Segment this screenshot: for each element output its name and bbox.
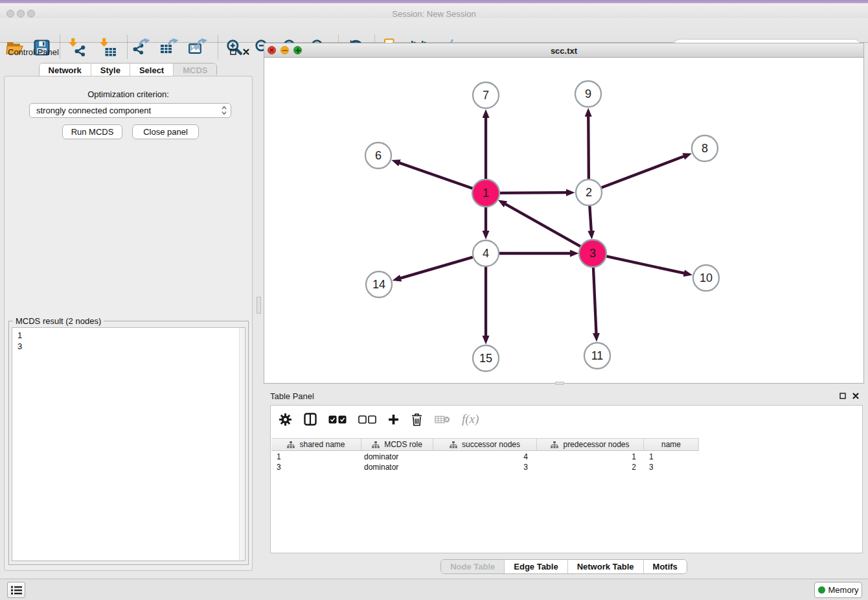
edge-2-to-9[interactable] bbox=[588, 116, 589, 179]
close-panel-icon[interactable] bbox=[242, 47, 251, 56]
column-header-shared-name[interactable]: shared name bbox=[271, 439, 361, 450]
control-panel-title: Control Panel bbox=[8, 47, 59, 57]
table-panel: Table Panel bbox=[264, 387, 864, 575]
table-row[interactable]: 1dominator411 bbox=[271, 452, 862, 462]
network-graph: 7968124314101511 bbox=[264, 58, 863, 383]
network-canvas[interactable]: 7968124314101511 bbox=[264, 58, 863, 383]
vertical-split-handle[interactable] bbox=[257, 297, 261, 314]
node-label-3: 3 bbox=[589, 247, 596, 260]
column-header-predecessor-nodes[interactable]: predecessor nodes bbox=[537, 439, 644, 450]
close-panel-button[interactable]: Close panel bbox=[132, 124, 199, 139]
hierarchy-icon bbox=[287, 441, 295, 448]
table-panel-header: Table Panel bbox=[264, 387, 864, 405]
task-history-button[interactable] bbox=[7, 582, 25, 598]
network-view-window: scc.txt 7968124314101511 bbox=[264, 43, 864, 384]
criterion-value: strongly connected component bbox=[36, 106, 222, 115]
table-toolbar: f(x) bbox=[271, 406, 862, 433]
edge-2-to-3[interactable] bbox=[589, 206, 591, 231]
node-table-container: f(x) shared name MCDS role successor nod… bbox=[270, 405, 863, 553]
edge-3-to-11[interactable] bbox=[593, 267, 597, 334]
add-column-icon[interactable] bbox=[388, 414, 399, 425]
node-label-9: 9 bbox=[585, 87, 591, 100]
control-panel: Control Panel NetworkStyleSelectMCDS Opt… bbox=[0, 43, 256, 579]
control-panel-header: Control Panel bbox=[0, 43, 256, 61]
mcds-result-box[interactable]: 1 3 bbox=[12, 327, 246, 561]
mcds-result-group: MCDS result (2 nodes) 1 3 bbox=[8, 321, 249, 565]
column-label: predecessor nodes bbox=[563, 440, 629, 449]
node-label-15: 15 bbox=[479, 352, 492, 365]
deselect-all-icon[interactable] bbox=[358, 415, 376, 424]
cell-predecessor-nodes: 2 bbox=[537, 462, 644, 472]
memory-label: Memory bbox=[828, 585, 859, 595]
list-icon bbox=[11, 586, 22, 595]
mcds-result-text: 1 3 bbox=[12, 328, 239, 560]
criterion-dropdown[interactable]: strongly connected component bbox=[29, 103, 231, 118]
column-label: shared name bbox=[299, 440, 345, 449]
edge-3-to-10[interactable] bbox=[606, 256, 685, 273]
node-label-6: 6 bbox=[375, 149, 382, 162]
mcds-result-title: MCDS result (2 nodes) bbox=[13, 316, 104, 326]
node-label-2: 2 bbox=[586, 186, 592, 199]
status-bar: Memory bbox=[0, 579, 868, 600]
node-label-14: 14 bbox=[372, 278, 385, 291]
table-rows: 1dominator4113dominator323 bbox=[271, 452, 862, 472]
table-column-headers: shared name MCDS role successor nodes pr… bbox=[271, 438, 699, 451]
function-builder-icon: f(x) bbox=[462, 412, 479, 426]
run-mcds-button[interactable]: Run MCDS bbox=[62, 124, 122, 139]
result-scrollbar[interactable] bbox=[239, 328, 245, 560]
float-panel-icon[interactable] bbox=[229, 47, 238, 56]
dropdown-stepper-icon bbox=[222, 106, 227, 115]
cell-name: 3 bbox=[644, 462, 699, 472]
tab-select[interactable]: Select bbox=[130, 63, 173, 77]
delete-table-icon bbox=[435, 415, 450, 424]
node-label-7: 7 bbox=[483, 89, 489, 102]
column-header-name[interactable]: name bbox=[644, 439, 699, 450]
node-label-1: 1 bbox=[483, 187, 489, 200]
tab-network-table[interactable]: Network Table bbox=[567, 560, 643, 573]
cell-MCDS-role: dominator bbox=[361, 452, 433, 462]
edge-2-to-8[interactable] bbox=[602, 156, 684, 187]
node-label-4: 4 bbox=[483, 247, 489, 260]
main-titlebar: Session: New Session bbox=[0, 3, 868, 18]
node-label-8: 8 bbox=[702, 142, 708, 155]
column-label: name bbox=[661, 440, 681, 449]
cell-shared-name: 3 bbox=[271, 462, 361, 472]
hierarchy-icon bbox=[551, 441, 558, 448]
session-title: Session: New Session bbox=[0, 9, 868, 19]
horizontal-split-handle[interactable] bbox=[555, 382, 564, 385]
tab-node-table[interactable]: Node Table bbox=[441, 560, 504, 573]
optimization-criterion-label: Optimization criterion: bbox=[5, 89, 252, 99]
delete-column-icon[interactable] bbox=[411, 413, 423, 426]
table-row[interactable]: 3dominator323 bbox=[271, 462, 862, 472]
edge-1-to-6[interactable] bbox=[400, 163, 474, 189]
tab-style[interactable]: Style bbox=[91, 63, 130, 77]
tab-edge-table[interactable]: Edge Table bbox=[504, 560, 567, 573]
edge-4-to-14[interactable] bbox=[400, 257, 473, 278]
column-header-MCDS-role[interactable]: MCDS role bbox=[361, 439, 433, 450]
cell-predecessor-nodes: 1 bbox=[537, 452, 644, 462]
cell-MCDS-role: dominator bbox=[361, 462, 433, 472]
table-tabs: Node TableEdge TableNetwork TableMotifs bbox=[264, 559, 864, 574]
settings-gear-icon[interactable] bbox=[279, 413, 292, 426]
memory-button[interactable]: Memory bbox=[814, 582, 862, 598]
select-all-icon[interactable] bbox=[328, 415, 347, 424]
memory-status-icon bbox=[818, 586, 825, 594]
toggle-panel-icon[interactable] bbox=[304, 413, 317, 426]
network-window-titlebar: scc.txt bbox=[264, 43, 863, 58]
hierarchy-icon bbox=[372, 441, 380, 448]
mcds-tab-content: Optimization criterion: strongly connect… bbox=[4, 76, 253, 571]
tab-mcds[interactable]: MCDS bbox=[173, 63, 216, 77]
application-window: Session: New Session bbox=[0, 0, 868, 600]
column-header-successor-nodes[interactable]: successor nodes bbox=[433, 439, 537, 450]
close-table-panel-icon[interactable] bbox=[851, 391, 860, 400]
float-table-panel-icon[interactable] bbox=[838, 391, 847, 400]
tab-motifs[interactable]: Motifs bbox=[643, 560, 687, 573]
tab-network[interactable]: Network bbox=[40, 63, 91, 77]
main-toolbar bbox=[0, 18, 868, 43]
table-panel-title: Table Panel bbox=[270, 391, 314, 401]
network-window-title: scc.txt bbox=[264, 46, 863, 56]
column-label: MCDS role bbox=[384, 440, 422, 449]
edge-3-to-1[interactable] bbox=[505, 204, 581, 247]
edge-1-to-2[interactable] bbox=[499, 192, 567, 193]
node-label-10: 10 bbox=[700, 271, 713, 284]
